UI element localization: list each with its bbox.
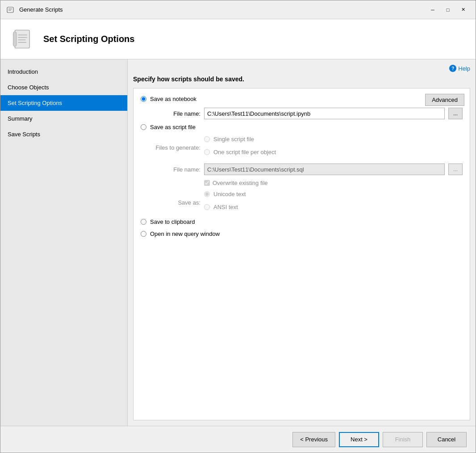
cancel-button[interactable]: Cancel — [426, 432, 467, 447]
advanced-button[interactable]: Advanced — [425, 94, 464, 106]
script-file-label: File name: — [151, 166, 200, 173]
save-as-script-row: Save as script file — [141, 124, 463, 130]
overwrite-row: Overwrite existing file — [204, 180, 463, 186]
single-script-row: Single script file — [204, 136, 276, 143]
sidebar: Introduction Choose Objects Set Scriptin… — [0, 59, 128, 426]
save-as-notebook-row: Save as notebook — [141, 96, 463, 102]
save-notebook-radio[interactable] — [141, 96, 146, 102]
overwrite-label: Overwrite existing file — [213, 180, 268, 186]
unicode-label: Unicode text — [213, 191, 246, 197]
header-icon — [9, 26, 36, 53]
save-to-clipboard-row: Save to clipboard — [141, 218, 463, 225]
save-as-row: Save as: Unicode text ANSI text — [151, 191, 463, 214]
window-title: Generate Scripts — [19, 6, 426, 13]
previous-button[interactable]: < Previous — [292, 432, 335, 447]
main-window: Generate Scripts ─ □ ✕ Set Scripting Opt… — [0, 0, 476, 453]
sidebar-item-set-scripting-options[interactable]: Set Scripting Options — [0, 95, 127, 111]
script-browse-button[interactable]: ... — [448, 164, 463, 175]
help-link[interactable]: ? Help — [449, 65, 470, 72]
svg-rect-0 — [7, 7, 13, 13]
ansi-label: ANSI text — [213, 204, 238, 210]
header-title: Set Scripting Options — [43, 34, 134, 44]
title-bar: Generate Scripts ─ □ ✕ — [0, 0, 476, 19]
save-script-radio[interactable] — [141, 124, 146, 130]
save-notebook-label[interactable]: Save as notebook — [150, 96, 196, 102]
files-to-generate-label: Files to generate: — [151, 144, 200, 151]
footer: < Previous Next > Finish Cancel — [0, 426, 476, 453]
save-clipboard-radio[interactable] — [141, 219, 146, 225]
help-icon: ? — [449, 65, 456, 72]
content-area: ? Help Specify how scripts should be sav… — [128, 59, 476, 426]
unicode-row: Unicode text — [204, 191, 246, 197]
options-panel: Advanced Save as notebook File name: ... — [133, 88, 470, 420]
unicode-radio[interactable] — [204, 191, 210, 197]
header: Set Scripting Options — [0, 19, 476, 59]
sidebar-item-summary[interactable]: Summary — [0, 111, 127, 126]
open-query-radio[interactable] — [141, 231, 146, 237]
script-file-row: File name: ... — [151, 164, 463, 175]
specify-text: Specify how scripts should be saved. — [133, 76, 470, 83]
notebook-file-input[interactable] — [204, 108, 445, 119]
app-icon — [6, 5, 16, 15]
svg-rect-4 — [13, 32, 16, 46]
help-row: ? Help — [133, 65, 470, 72]
ansi-row: ANSI text — [204, 204, 246, 210]
next-button[interactable]: Next > — [339, 432, 379, 447]
restore-button[interactable]: □ — [441, 4, 455, 16]
overwrite-checkbox[interactable] — [204, 180, 210, 186]
sidebar-item-introduction[interactable]: Introduction — [0, 64, 127, 80]
script-file-input[interactable] — [204, 164, 445, 175]
single-script-radio[interactable] — [204, 136, 210, 142]
window-controls: ─ □ ✕ — [426, 4, 470, 16]
main-content: Introduction Choose Objects Set Scriptin… — [0, 59, 476, 426]
files-to-generate-row: Files to generate: Single script file On… — [151, 136, 463, 159]
ansi-radio[interactable] — [204, 204, 210, 210]
notebook-file-section: File name: ... — [151, 108, 463, 119]
svg-rect-3 — [15, 30, 29, 48]
one-per-object-row: One script file per object — [204, 149, 276, 155]
save-clipboard-label[interactable]: Save to clipboard — [150, 218, 195, 225]
notebook-file-row: File name: ... — [151, 108, 463, 119]
save-script-label[interactable]: Save as script file — [150, 124, 196, 130]
finish-button[interactable]: Finish — [383, 432, 423, 447]
notebook-browse-button[interactable]: ... — [448, 108, 463, 119]
close-button[interactable]: ✕ — [456, 4, 470, 16]
script-options-section: Files to generate: Single script file On… — [151, 136, 463, 214]
one-per-object-label: One script file per object — [213, 149, 276, 155]
single-script-label: Single script file — [213, 136, 254, 143]
one-per-object-radio[interactable] — [204, 149, 210, 155]
notebook-file-label: File name: — [151, 110, 200, 117]
open-query-label[interactable]: Open in new query window — [150, 231, 220, 237]
open-query-window-row: Open in new query window — [141, 231, 463, 237]
minimize-button[interactable]: ─ — [426, 4, 440, 16]
sidebar-item-choose-objects[interactable]: Choose Objects — [0, 80, 127, 95]
save-as-label: Save as: — [151, 199, 200, 206]
sidebar-item-save-scripts[interactable]: Save Scripts — [0, 126, 127, 142]
